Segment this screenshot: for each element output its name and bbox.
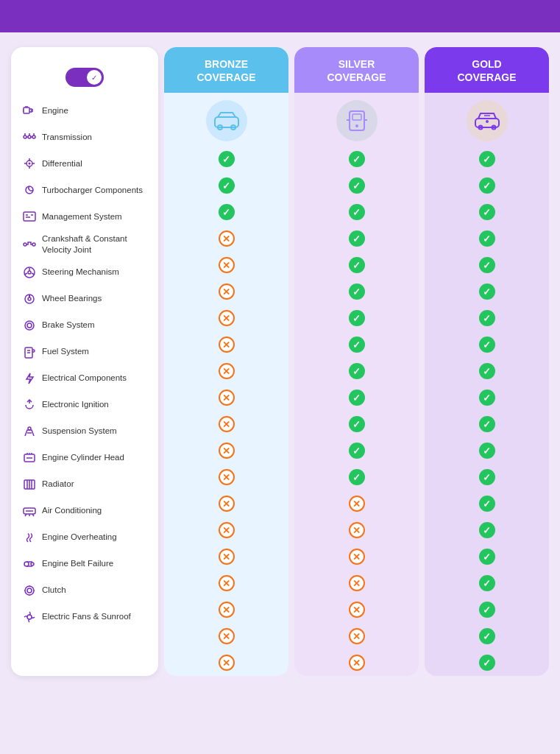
svg-point-3 bbox=[32, 135, 35, 138]
check-cell: ✓ bbox=[164, 199, 288, 225]
checkmark-icon: ✓ bbox=[349, 363, 365, 379]
part-label: Electric Fans & Sunroof bbox=[42, 611, 131, 622]
silver-header: SILVERCOVERAGE bbox=[294, 47, 419, 93]
bronze-header: BRONZECOVERAGE bbox=[164, 47, 288, 93]
svg-point-13 bbox=[28, 297, 31, 300]
svg-point-24 bbox=[25, 586, 34, 595]
checkmark-icon: ✓ bbox=[479, 363, 495, 379]
part-label: Transmission bbox=[42, 132, 92, 143]
check-cell: ✓ bbox=[425, 305, 549, 331]
check-cell: ✕ bbox=[294, 490, 419, 517]
check-cell: ✕ bbox=[164, 623, 288, 649]
svg-rect-14 bbox=[29, 295, 30, 297]
check-cell: ✓ bbox=[425, 278, 549, 305]
cross-icon: ✕ bbox=[219, 416, 235, 432]
checkmark-icon: ✓ bbox=[479, 628, 495, 644]
part-label: Wheel Bearings bbox=[42, 293, 102, 304]
silver-title: SILVERCOVERAGE bbox=[300, 57, 413, 84]
check-cell: ✕ bbox=[164, 278, 288, 305]
cross-icon: ✕ bbox=[219, 549, 235, 565]
checkmark-icon: ✓ bbox=[349, 283, 365, 300]
cross-icon: ✕ bbox=[219, 469, 235, 485]
check-cell: ✓ bbox=[425, 464, 549, 490]
check-cell: ✓ bbox=[294, 199, 419, 225]
check-cell: ✓ bbox=[294, 411, 419, 437]
list-item: Electronic Ignition bbox=[18, 392, 151, 418]
check-cell: ✕ bbox=[164, 570, 288, 596]
cross-icon: ✕ bbox=[219, 602, 235, 618]
check-cell: ✕ bbox=[164, 305, 288, 331]
checkmark-icon: ✓ bbox=[349, 257, 365, 273]
checkmark-icon: ✓ bbox=[479, 575, 495, 591]
part-icon bbox=[21, 582, 38, 599]
part-label: Suspension System bbox=[42, 426, 117, 437]
check-cell: ✓ bbox=[294, 331, 419, 358]
check-cell: ✕ bbox=[164, 358, 288, 384]
toggle-switch[interactable]: ✓ bbox=[65, 68, 104, 87]
part-icon bbox=[21, 476, 38, 493]
cross-icon: ✕ bbox=[219, 496, 235, 512]
cross-icon: ✕ bbox=[219, 575, 235, 591]
svg-point-15 bbox=[25, 321, 34, 330]
part-label: Engine Overheating bbox=[42, 532, 117, 543]
check-cell: ✓ bbox=[294, 146, 419, 172]
checkmark-icon: ✓ bbox=[349, 230, 365, 247]
part-label: Air Conditioning bbox=[42, 505, 102, 516]
part-icon bbox=[21, 397, 38, 413]
cross-icon: ✕ bbox=[349, 496, 365, 512]
check-cell: ✓ bbox=[425, 411, 549, 437]
check-cell: ✕ bbox=[164, 490, 288, 517]
check-cell: ✕ bbox=[164, 517, 288, 543]
check-cell: ✓ bbox=[294, 437, 419, 464]
list-item: Air Conditioning bbox=[18, 498, 151, 524]
checkmark-icon: ✓ bbox=[219, 151, 235, 167]
parts-column: ✓ EngineTransmissionDifferentialTurbocha… bbox=[11, 47, 158, 676]
gold-icon bbox=[467, 100, 508, 141]
checkmark-icon: ✓ bbox=[349, 390, 365, 406]
list-item: Fuel System bbox=[18, 339, 151, 365]
part-label: Radiator bbox=[42, 479, 74, 490]
check-cell: ✓ bbox=[294, 172, 419, 199]
checkmark-icon: ✓ bbox=[219, 204, 235, 220]
checkmark-icon: ✓ bbox=[479, 204, 495, 220]
check-cell: ✓ bbox=[425, 437, 549, 464]
part-label: Crankshaft & Constant Velocity Joint bbox=[42, 233, 148, 256]
cross-icon: ✕ bbox=[219, 310, 235, 326]
cross-icon: ✕ bbox=[349, 522, 365, 538]
check-cell: ✓ bbox=[294, 252, 419, 278]
parts-list: EngineTransmissionDifferentialTurbocharg… bbox=[18, 97, 151, 630]
check-cell: ✕ bbox=[294, 596, 419, 623]
svg-rect-0 bbox=[24, 108, 29, 113]
check-cell: ✓ bbox=[425, 172, 549, 199]
cross-icon: ✕ bbox=[219, 655, 235, 671]
check-cell: ✕ bbox=[164, 464, 288, 490]
checkmark-icon: ✓ bbox=[349, 469, 365, 485]
check-cell: ✓ bbox=[425, 331, 549, 358]
checkmark-icon: ✓ bbox=[479, 602, 495, 618]
list-item: Turbocharger Components bbox=[18, 177, 151, 203]
check-cell: ✓ bbox=[425, 146, 549, 172]
check-cell: ✓ bbox=[425, 225, 549, 252]
bronze-checks: ✓✓✓✕✕✕✕✕✕✕✕✕✕✕✕✕✕✕✕✕ bbox=[164, 146, 288, 676]
cross-icon: ✕ bbox=[349, 655, 365, 671]
list-item: Wheel Bearings bbox=[18, 286, 151, 312]
bronze-icon bbox=[206, 100, 247, 141]
checkmark-icon: ✓ bbox=[349, 443, 365, 459]
checkmark-icon: ✓ bbox=[349, 310, 365, 326]
part-icon bbox=[21, 129, 38, 145]
list-item: Engine Overheating bbox=[18, 524, 151, 551]
checkmark-icon: ✓ bbox=[479, 257, 495, 273]
check-cell: ✕ bbox=[294, 623, 419, 649]
check-cell: ✕ bbox=[164, 649, 288, 676]
check-cell: ✕ bbox=[164, 437, 288, 464]
checkmark-icon: ✓ bbox=[479, 549, 495, 565]
cross-icon: ✕ bbox=[219, 283, 235, 300]
part-label: Clutch bbox=[42, 585, 66, 596]
checkmark-icon: ✓ bbox=[479, 390, 495, 406]
svg-rect-7 bbox=[24, 212, 35, 221]
cross-icon: ✕ bbox=[349, 575, 365, 591]
part-label: Electrical Components bbox=[42, 373, 127, 384]
svg-point-22 bbox=[24, 562, 29, 566]
check-cell: ✓ bbox=[425, 199, 549, 225]
gold-header: GOLDCOVERAGE bbox=[425, 47, 549, 93]
